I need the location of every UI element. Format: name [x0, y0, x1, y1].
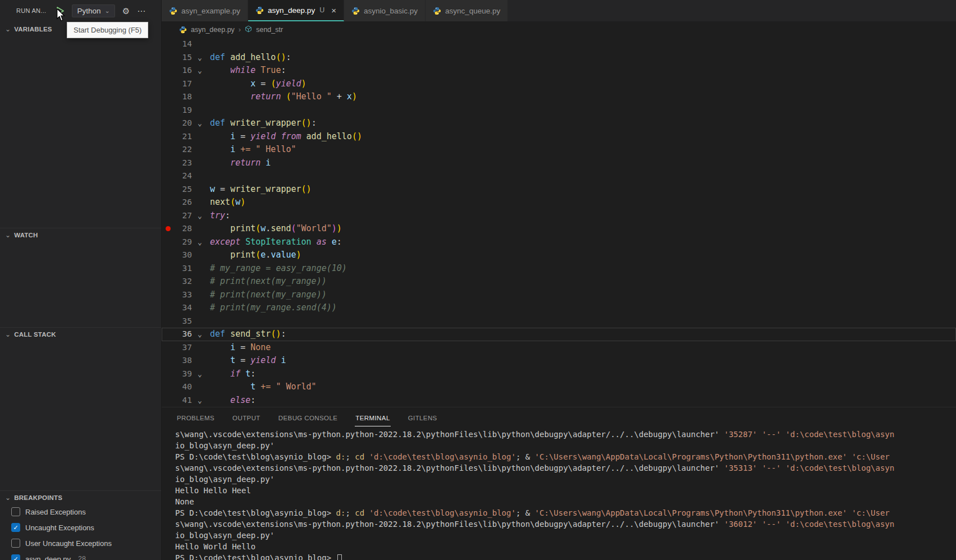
code-line-24[interactable]: 24 [162, 169, 956, 183]
checkbox[interactable] [11, 507, 20, 516]
terminal-line-3: PS D:\code\test\blog\asynio_blog> d:; cd… [175, 451, 956, 462]
code-line-37[interactable]: 37 i = None [162, 341, 956, 355]
close-icon[interactable]: × [331, 6, 336, 15]
code-line-15[interactable]: 15⌄def add_hello(): [162, 51, 956, 65]
code-line-41[interactable]: 41⌄ else: [162, 394, 956, 407]
line-number: 25 [174, 183, 192, 196]
gutter-fold-cell[interactable]: ⌄ [192, 51, 208, 65]
debug-config-label: Python [77, 7, 100, 15]
code-line-35[interactable]: 35 [162, 315, 956, 328]
code-line-34[interactable]: 34# print(my_range.send(4)) [162, 301, 956, 315]
fold-chevron-icon[interactable]: ⌄ [198, 212, 202, 220]
gutter-fold-cell [192, 275, 208, 288]
line-number: 37 [174, 341, 192, 355]
panel-tab-gitlens[interactable]: GITLENS [408, 409, 438, 426]
code-line-16[interactable]: 16⌄ while True: [162, 64, 956, 77]
code-line-19[interactable]: 19 [162, 104, 956, 117]
section-breakpoints[interactable]: ⌄ BREAKPOINTS [0, 490, 161, 504]
fold-chevron-icon[interactable]: ⌄ [198, 396, 202, 405]
section-call-stack[interactable]: ⌄ CALL STACK [0, 327, 161, 341]
section-watch[interactable]: ⌄ WATCH [0, 228, 161, 241]
panel-tab-debug-console[interactable]: DEBUG CONSOLE [278, 409, 339, 426]
code-line-33[interactable]: 33# print(next(my_range)) [162, 288, 956, 302]
panel-tab-problems[interactable]: PROBLEMS [176, 409, 215, 426]
code-line-23[interactable]: 23 return i [162, 157, 956, 170]
gutter-fold-cell[interactable]: ⌄ [192, 368, 208, 381]
code-line-18[interactable]: 18 return ("Hello " + x) [162, 90, 956, 104]
editor-area: asyn_example.pyasyn_deep.pyU×asynio_basi… [162, 0, 956, 560]
panel-tab-terminal[interactable]: TERMINAL [355, 409, 390, 426]
code-line-31[interactable]: 31# my_range = easy_range(10) [162, 262, 956, 276]
breakpoint-line-number: 28 [78, 555, 86, 560]
code-editor[interactable]: 1415⌄def add_hello():16⌄ while True:17 x… [162, 38, 956, 407]
line-number: 32 [174, 275, 192, 288]
code-line-text: def send_str(): [208, 328, 286, 341]
gutter-fold-cell[interactable]: ⌄ [192, 394, 208, 407]
gutter-breakpoint-cell[interactable] [162, 222, 174, 236]
code-line-22[interactable]: 22 i += " Hello" [162, 143, 956, 157]
gutter-fold-cell[interactable]: ⌄ [192, 328, 208, 341]
gear-icon[interactable]: ⚙ [122, 7, 130, 15]
code-line-26[interactable]: 26next(w) [162, 196, 956, 209]
code-line-text: i = None [208, 341, 271, 355]
gutter-fold-cell[interactable]: ⌄ [192, 209, 208, 223]
gutter-fold-cell[interactable]: ⌄ [192, 64, 208, 77]
code-line-20[interactable]: 20⌄def writer_wrapper(): [162, 117, 956, 130]
fold-chevron-icon[interactable]: ⌄ [198, 330, 202, 338]
gutter-fold-cell [192, 77, 208, 91]
panel-tab-bar: PROBLEMSOUTPUTDEBUG CONSOLETERMINALGITLE… [162, 407, 956, 428]
code-line-38[interactable]: 38 t = yield i [162, 354, 956, 368]
tab-async-queue-py[interactable]: async_queue.py [426, 0, 508, 21]
breakpoint-item-asyn-deep-py[interactable]: ✓asyn_deep.py28 [0, 551, 161, 560]
terminal-line-5: io_blog\asyn_deep.py' [175, 474, 956, 485]
gutter-fold-cell [192, 354, 208, 368]
breadcrumb-file[interactable]: asyn_deep.py [191, 26, 235, 34]
gutter-fold-cell[interactable]: ⌄ [192, 236, 208, 249]
code-line-17[interactable]: 17 x = (yield) [162, 77, 956, 91]
tab-asyn-deep-py[interactable]: asyn_deep.pyU× [248, 0, 344, 21]
code-line-29[interactable]: 29⌄except StopIteration as e: [162, 236, 956, 249]
gutter-breakpoint-cell [162, 328, 174, 341]
gutter-fold-cell[interactable]: ⌄ [192, 117, 208, 130]
gutter-breakpoint-cell [162, 341, 174, 355]
terminal-line-9: s\wang\.vscode\extensions\ms-python.pyth… [175, 518, 956, 530]
gutter-fold-cell [192, 169, 208, 183]
line-number: 26 [174, 196, 192, 209]
start-debugging-button[interactable] [55, 6, 65, 16]
code-line-14[interactable]: 14 [162, 38, 956, 51]
code-line-28[interactable]: 28 print(w.send("World")) [162, 222, 956, 236]
panel-tab-output[interactable]: OUTPUT [232, 409, 261, 426]
code-line-21[interactable]: 21 i = yield from add_hello() [162, 130, 956, 144]
terminal-output[interactable]: s\wang\.vscode\extensions\ms-python.pyth… [162, 428, 956, 560]
tab-asynio-basic-py[interactable]: asynio_basic.py [344, 0, 426, 21]
breakpoint-item-user-uncaught-exceptions[interactable]: User Uncaught Exceptions [0, 535, 161, 551]
code-line-30[interactable]: 30 print(e.value) [162, 249, 956, 262]
breakpoint-item-raised-exceptions[interactable]: Raised Exceptions [0, 504, 161, 520]
code-line-32[interactable]: 32# print(next(my_range)) [162, 275, 956, 288]
debug-config-dropdown[interactable]: Python ⌄ [72, 4, 115, 17]
code-line-text [208, 38, 210, 51]
code-line-25[interactable]: 25w = writer_wrapper() [162, 183, 956, 196]
fold-chevron-icon[interactable]: ⌄ [198, 238, 202, 246]
fold-chevron-icon[interactable]: ⌄ [198, 119, 202, 127]
code-line-27[interactable]: 27⌄try: [162, 209, 956, 223]
fold-chevron-icon[interactable]: ⌄ [198, 370, 202, 378]
checkbox[interactable]: ✓ [11, 554, 20, 560]
breakpoint-icon[interactable] [166, 226, 171, 231]
breakpoint-item-uncaught-exceptions[interactable]: ✓Uncaught Exceptions [0, 520, 161, 535]
checkbox[interactable] [11, 539, 20, 548]
code-line-text: i = yield from add_hello() [208, 130, 362, 144]
terminal-line-4: s\wang\.vscode\extensions\ms-python.pyth… [175, 462, 956, 474]
fold-chevron-icon[interactable]: ⌄ [198, 66, 202, 75]
checkbox[interactable]: ✓ [11, 523, 20, 532]
line-number: 23 [174, 157, 192, 170]
gutter-breakpoint-cell [162, 209, 174, 223]
fold-chevron-icon[interactable]: ⌄ [198, 53, 202, 62]
more-actions-icon[interactable]: ⋯ [137, 7, 145, 15]
code-line-39[interactable]: 39⌄ if t: [162, 368, 956, 381]
code-line-text [208, 104, 210, 117]
code-line-36[interactable]: 36⌄def send_str(): [162, 328, 956, 341]
code-line-40[interactable]: 40 t += " World" [162, 380, 956, 394]
breadcrumb-symbol[interactable]: send_str [256, 26, 283, 34]
tab-asyn-example-py[interactable]: asyn_example.py [162, 0, 248, 21]
